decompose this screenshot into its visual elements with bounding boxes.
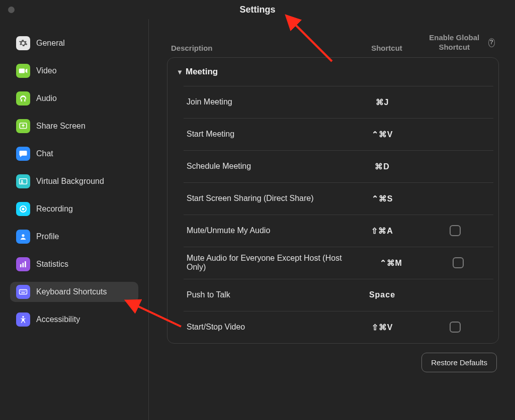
- restore-defaults-button[interactable]: Restore Defaults: [421, 353, 497, 372]
- shortcut-row: Schedule Meeting⌘D: [184, 150, 493, 182]
- column-headers: Description Shortcut Enable Global Short…: [167, 33, 499, 57]
- headphones-icon: [16, 91, 30, 106]
- sidebar: GeneralVideoAudioShare ScreenChatVirtual…: [0, 19, 149, 420]
- shortcut-key[interactable]: ⌃⌘S: [345, 194, 420, 203]
- accessibility-icon: [16, 312, 30, 327]
- titlebar: Settings: [0, 0, 515, 19]
- shortcut-description: Join Meeting: [187, 97, 345, 107]
- sidebar-item-accessibility[interactable]: Accessibility: [10, 309, 138, 330]
- svg-point-2: [21, 180, 23, 182]
- section-meeting-header[interactable]: ▾ Meeting: [173, 58, 493, 86]
- chat-icon: [16, 147, 30, 161]
- global-shortcut-checkbox[interactable]: [450, 225, 461, 236]
- svg-rect-11: [22, 291, 23, 292]
- svg-point-15: [22, 316, 24, 318]
- shortcut-row: Start/Stop Video⇧⌘V: [184, 311, 493, 343]
- shortcut-row: Mute/Unmute My Audio⇧⌘A: [184, 215, 493, 247]
- sidebar-item-label: Video: [36, 66, 57, 75]
- sidebar-item-label: Accessibility: [36, 315, 80, 324]
- svg-rect-9: [20, 290, 27, 294]
- shortcut-key[interactable]: ⇧⌘V: [345, 323, 420, 332]
- gear-icon: [16, 36, 30, 50]
- sidebar-item-statistics[interactable]: Statistics: [10, 254, 138, 274]
- svg-point-4: [22, 207, 24, 210]
- sidebar-item-label: Recording: [36, 204, 73, 214]
- sidebar-item-general[interactable]: General: [10, 33, 138, 53]
- person-card-icon: [16, 174, 30, 188]
- shortcut-key[interactable]: ⌃⌘V: [345, 130, 420, 139]
- shortcut-description: Start/Stop Video: [187, 323, 345, 332]
- shortcut-key[interactable]: ⌃⌘M: [356, 258, 425, 268]
- col-global-label: Enable Global Shortcut ?: [424, 33, 495, 52]
- col-description-label: Description: [171, 44, 349, 52]
- svg-rect-7: [23, 263, 24, 267]
- shortcut-rows: Join Meeting⌘JStart Meeting⌃⌘VSchedule M…: [173, 86, 493, 343]
- video-icon: [16, 64, 30, 78]
- shortcut-description: Mute Audio for Everyone Except Host (Hos…: [187, 254, 356, 272]
- share-screen-icon: [16, 119, 30, 133]
- col-global-text: Enable Global Shortcut: [424, 33, 484, 52]
- svg-rect-13: [25, 291, 26, 292]
- shortcut-key[interactable]: Space: [345, 290, 420, 299]
- window-title: Settings: [0, 0, 515, 19]
- sidebar-item-virtual-background[interactable]: Virtual Background: [10, 171, 138, 191]
- sidebar-item-chat[interactable]: Chat: [10, 144, 138, 164]
- shortcuts-panel: ▾ Meeting Join Meeting⌘JStart Meeting⌃⌘V…: [167, 57, 499, 344]
- profile-icon: [16, 230, 30, 244]
- sidebar-item-label: General: [36, 39, 65, 48]
- sidebar-item-label: Chat: [36, 149, 53, 158]
- shortcut-row: Push to TalkSpace: [184, 279, 493, 311]
- shortcut-description: Mute/Unmute My Audio: [187, 226, 345, 235]
- keyboard-icon: [16, 285, 30, 299]
- traffic-light-close[interactable]: [8, 7, 15, 13]
- svg-rect-6: [20, 264, 22, 267]
- record-icon: [16, 202, 30, 216]
- sidebar-item-label: Share Screen: [36, 122, 85, 131]
- section-title: Meeting: [186, 67, 218, 77]
- shortcut-description: Start Screen Sharing (Direct Share): [187, 194, 345, 203]
- col-shortcut-label: Shortcut: [349, 44, 424, 52]
- footer: Restore Defaults: [167, 344, 499, 372]
- shortcut-description: Schedule Meeting: [187, 162, 345, 171]
- svg-rect-8: [25, 261, 26, 267]
- sidebar-item-video[interactable]: Video: [10, 61, 138, 81]
- sidebar-item-recording[interactable]: Recording: [10, 199, 138, 219]
- sidebar-item-label: Statistics: [36, 260, 68, 269]
- shortcut-row: Mute Audio for Everyone Except Host (Hos…: [184, 247, 493, 279]
- shortcut-global-cell: [420, 322, 490, 333]
- shortcut-description: Push to Talk: [187, 290, 345, 299]
- sidebar-item-label: Keyboard Shortcuts: [36, 287, 107, 296]
- sidebar-item-label: Virtual Background: [36, 177, 104, 186]
- shortcut-key[interactable]: ⌘D: [345, 162, 420, 171]
- shortcut-global-cell: [425, 257, 490, 268]
- shortcut-key[interactable]: ⌘J: [345, 97, 420, 107]
- svg-rect-14: [21, 292, 25, 293]
- shortcut-row: Join Meeting⌘J: [184, 86, 493, 118]
- shortcut-global-cell: [420, 225, 490, 236]
- sidebar-item-share-screen[interactable]: Share Screen: [10, 116, 138, 136]
- svg-rect-10: [21, 291, 22, 292]
- shortcut-row: Start Screen Sharing (Direct Share)⌃⌘S: [184, 182, 493, 215]
- svg-point-5: [22, 234, 24, 237]
- global-shortcut-checkbox[interactable]: [453, 257, 464, 268]
- sidebar-item-audio[interactable]: Audio: [10, 88, 138, 109]
- content-container: GeneralVideoAudioShare ScreenChatVirtual…: [0, 19, 515, 420]
- shortcut-row: Start Meeting⌃⌘V: [184, 118, 493, 150]
- global-shortcut-checkbox[interactable]: [450, 322, 461, 333]
- help-icon[interactable]: ?: [488, 38, 495, 47]
- sidebar-item-label: Audio: [36, 94, 57, 103]
- main-content: Description Shortcut Enable Global Short…: [149, 19, 515, 420]
- stats-icon: [16, 257, 30, 271]
- svg-rect-12: [24, 291, 25, 292]
- shortcut-key[interactable]: ⇧⌘A: [345, 226, 420, 236]
- chevron-down-icon: ▾: [174, 68, 186, 76]
- sidebar-item-label: Profile: [36, 232, 59, 241]
- sidebar-item-keyboard-shortcuts[interactable]: Keyboard Shortcuts: [10, 282, 138, 302]
- shortcut-description: Start Meeting: [187, 130, 345, 139]
- sidebar-item-profile[interactable]: Profile: [10, 227, 138, 247]
